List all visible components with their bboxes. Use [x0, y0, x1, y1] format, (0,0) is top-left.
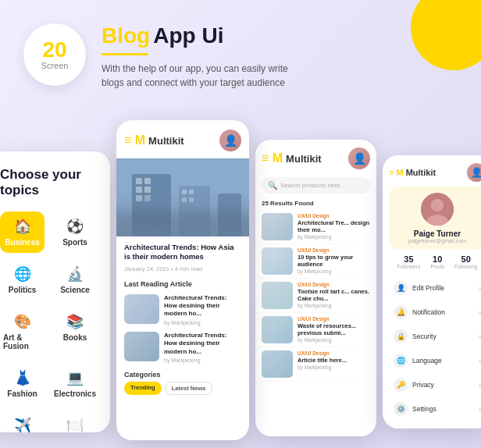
- menu-item-security[interactable]: 🔒 Security ›: [389, 325, 481, 347]
- topic-art-label: Art & Fusion: [3, 333, 41, 350]
- result-card-2[interactable]: UX/UI Design 10 tips to grow your audien…: [255, 244, 376, 279]
- feed-card-2[interactable]: Architectural Trends: How desining their…: [116, 329, 249, 366]
- art-icon: 🎨: [14, 313, 31, 330]
- result-5-text: UX/UI Design Article title here... by Ma…: [298, 350, 370, 370]
- topic-science[interactable]: 🔬 Science: [51, 259, 99, 300]
- result-3-author: by Markjacking: [298, 303, 370, 308]
- result-card-1[interactable]: UX/UI Design Architectural Tre... design…: [255, 210, 376, 244]
- menu-item-settings[interactable]: ⚙️ Settings ›: [389, 398, 481, 420]
- feed-last-reading-label: Last Reading Article: [116, 277, 249, 291]
- profile-user-section: Paige Turner paigeturner@gmail.com: [389, 187, 481, 250]
- language-icon: 🌐: [394, 354, 408, 368]
- menu-item-language[interactable]: 🌐 Language ›: [389, 350, 481, 372]
- posts-count: 10: [433, 254, 442, 264]
- followers-count: 35: [404, 254, 413, 264]
- topic-sports-label: Sports: [62, 238, 87, 247]
- profile-stat-followers: 35 Followers: [397, 254, 420, 269]
- feed-card-1[interactable]: Architectural Trends: How desining their…: [116, 291, 249, 329]
- search-bar-wrapper[interactable]: 🔍 Search products here...: [255, 174, 376, 197]
- science-icon: 🔬: [66, 265, 84, 283]
- topic-business[interactable]: 🏠 Business: [0, 212, 45, 253]
- result-2-title: 10 tips to grow your audience: [298, 254, 370, 268]
- result-4-image: [262, 316, 293, 343]
- topic-science-label: Science: [60, 286, 90, 294]
- feed-header: ≡ M Multikit 👤: [116, 120, 249, 158]
- results-found: 25 Results Found: [255, 197, 376, 210]
- result-1-author: by Markjacking: [298, 234, 370, 240]
- search-bar[interactable]: 🔍 Search products here...: [262, 177, 370, 194]
- result-3-tag: UX/UI Design: [298, 282, 370, 287]
- menu-item-privacy[interactable]: 🔑 Privacy ›: [389, 374, 481, 396]
- result-card-4[interactable]: UX/UI Design Waste of resources... previ…: [255, 313, 376, 347]
- result-2-author: by Markjacking: [298, 268, 370, 274]
- result-2-tag: UX/UI Design: [298, 247, 370, 253]
- search-placeholder: Search products here...: [280, 182, 345, 189]
- menu-item-notification[interactable]: 🔔 Notification ›: [389, 301, 481, 323]
- search-avatar[interactable]: 👤: [348, 148, 370, 169]
- screen-label: Screen: [41, 61, 69, 70]
- notification-icon: 🔔: [394, 305, 408, 319]
- topic-food[interactable]: 🍽️ Food: [51, 411, 99, 432]
- electronics-icon: 💻: [66, 369, 84, 386]
- screen-topics: Choose your topics 🏠 Business ⚽ Sports 🌐…: [0, 151, 110, 432]
- settings-label: Settings: [412, 405, 436, 413]
- svg-rect-9: [182, 190, 187, 194]
- security-icon: 🔒: [394, 329, 408, 343]
- topic-politics-label: Politics: [9, 286, 37, 294]
- profile-stat-following: 50 Following: [454, 254, 478, 269]
- feed-categories-label: Categories: [116, 366, 249, 382]
- sports-icon: ⚽: [66, 218, 84, 235]
- search-header: ≡ M Multikit 👤: [255, 140, 376, 174]
- result-1-image: [262, 213, 293, 240]
- tag-latest-news[interactable]: Latest News: [165, 382, 213, 395]
- result-4-text: UX/UI Design Waste of resources... previ…: [298, 316, 370, 343]
- result-1-tag: UX/UI Design: [298, 213, 370, 219]
- followers-label: Followers: [397, 264, 420, 269]
- feed-card-1-text: Architectural Trends: How desining their…: [164, 294, 241, 325]
- feed-category-tags: Trending Latest News: [116, 382, 249, 395]
- result-2-image: [262, 247, 293, 275]
- profile-header-avatar[interactable]: 👤: [467, 163, 481, 182]
- result-card-3[interactable]: UX/UI Design Tootsie roll tart c... cane…: [255, 279, 376, 313]
- result-1-text: UX/UI Design Architectural Tre... design…: [298, 213, 370, 240]
- following-count: 50: [461, 254, 471, 264]
- feed-card-2-image: [124, 332, 159, 361]
- topic-fashion-label: Fashion: [7, 389, 37, 398]
- topic-art[interactable]: 🎨 Art & Fusion: [0, 307, 45, 357]
- feed-card-2-text: Architectural Trends: How desining their…: [164, 332, 241, 363]
- topics-grid: 🏠 Business ⚽ Sports 🌐 Politics 🔬 Science…: [0, 212, 99, 432]
- menu-item-edit-profile-left: 👤 Edit Profile: [394, 281, 444, 295]
- feed-card-1-title: Architectural Trends: How desining their…: [164, 294, 241, 318]
- topic-travel[interactable]: ✈️ Travel: [0, 411, 45, 432]
- business-icon: 🏠: [14, 218, 31, 235]
- topic-politics[interactable]: 🌐 Politics: [0, 259, 45, 300]
- menu-item-notification-left: 🔔 Notification: [394, 305, 445, 319]
- tag-trending[interactable]: Trending: [124, 382, 162, 395]
- profile-header: ≡ M Multikit 👤: [383, 155, 481, 187]
- result-4-tag: UX/UI Design: [298, 316, 370, 322]
- profile-avatar-large: [421, 193, 454, 226]
- feed-avatar[interactable]: 👤: [219, 130, 241, 151]
- topic-sports[interactable]: ⚽ Sports: [51, 212, 99, 253]
- result-1-title: Architectural Tre... design their mo...: [298, 219, 370, 233]
- title-divider: [102, 53, 148, 55]
- screens-container: Choose your topics 🏠 Business ⚽ Sports 🌐…: [0, 109, 481, 448]
- feed-card-1-meta: by Markjacking: [164, 320, 241, 325]
- svg-rect-14: [116, 158, 249, 236]
- travel-icon: ✈️: [14, 417, 31, 432]
- edit-profile-label: Edit Profile: [412, 284, 444, 292]
- topic-books[interactable]: 📚 Books: [51, 307, 99, 357]
- privacy-label: Privacy: [412, 381, 434, 389]
- books-icon: 📚: [66, 313, 84, 330]
- menu-item-edit-profile[interactable]: 👤 Edit Profile ›: [389, 277, 481, 299]
- result-5-title: Article title here...: [298, 357, 370, 364]
- topics-content: Choose your topics 🏠 Business ⚽ Sports 🌐…: [0, 151, 110, 432]
- language-label: Language: [412, 357, 442, 364]
- result-card-5[interactable]: UX/UI Design Article title here... by Ma…: [255, 347, 376, 382]
- header-text: Blog App Ui With the help of our app, yo…: [102, 23, 458, 90]
- notification-label: Notification: [412, 308, 445, 316]
- topic-fashion[interactable]: 👗 Fashion: [0, 363, 45, 404]
- menu-item-settings-left: ⚙️ Settings: [394, 402, 436, 416]
- svg-rect-10: [189, 190, 194, 194]
- topic-electronics[interactable]: 💻 Electronics: [51, 363, 99, 404]
